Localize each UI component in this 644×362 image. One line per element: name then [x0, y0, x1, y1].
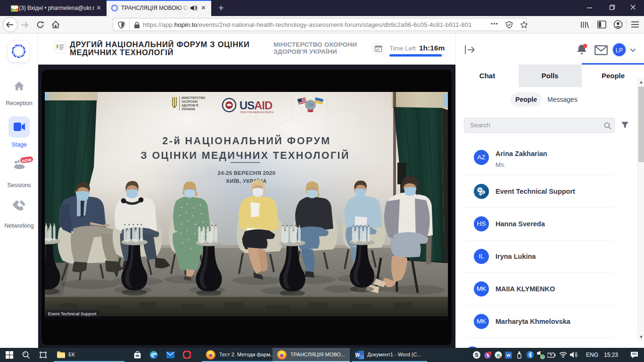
- svg-text:З ОЦІНКИ МЕДИЧНИХ ТЕХНОЛОГІЙ: З ОЦІНКИ МЕДИЧНИХ ТЕХНОЛОГІЙ: [140, 149, 350, 161]
- svg-text:US: US: [239, 99, 255, 112]
- svg-text:AID: AID: [254, 99, 272, 112]
- svg-text:УКРАЇНИ: УКРАЇНИ: [182, 107, 195, 111]
- svg-text:24-25 ВЕРЕСНЯ 2020: 24-25 ВЕРЕСНЯ 2020: [218, 170, 276, 176]
- svg-text:ЗДОРОВ'Я: ЗДОРОВ'Я: [182, 104, 198, 107]
- svg-text:2-й НАЦІОНАЛЬНИЙ ФОРУМ: 2-й НАЦІОНАЛЬНИЙ ФОРУМ: [162, 135, 330, 147]
- svg-text:FROM THE AMERICAN PEOPLE: FROM THE AMERICAN PEOPLE: [240, 111, 274, 114]
- svg-text:W: W: [506, 353, 511, 358]
- svg-text:ОХОРОНИ: ОХОРОНИ: [182, 100, 198, 103]
- svg-text:e: e: [497, 352, 500, 359]
- svg-text:S: S: [475, 352, 478, 358]
- svg-text:МІНІСТЕРСТВО: МІНІСТЕРСТВО: [182, 96, 206, 99]
- svg-text:W: W: [355, 353, 360, 358]
